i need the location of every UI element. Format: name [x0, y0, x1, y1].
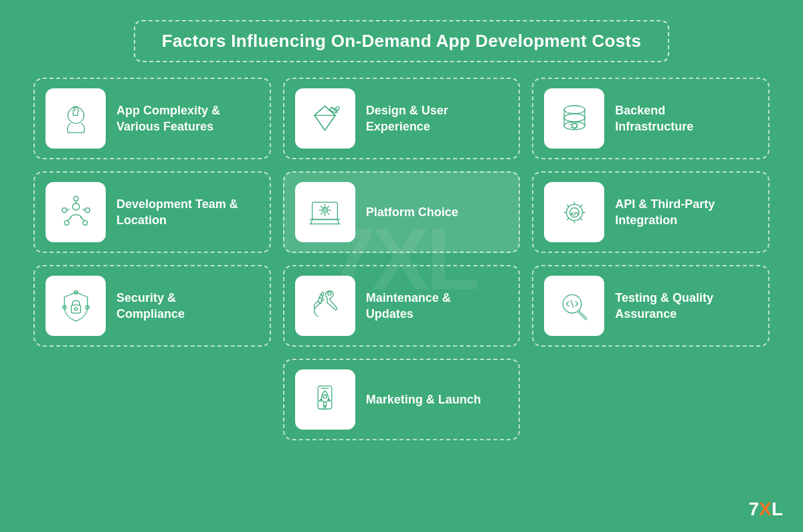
card-marketing: Marketing & Launch — [283, 359, 521, 440]
svg-point-8 — [336, 106, 339, 110]
svg-line-5 — [315, 115, 325, 130]
main-container: Factors Influencing On-Demand App Develo… — [0, 0, 803, 532]
database-icon-box — [544, 88, 604, 149]
testing-icon-box — [544, 276, 604, 336]
svg-line-31 — [311, 219, 313, 224]
svg-line-51 — [580, 218, 582, 220]
svg-point-35 — [324, 208, 327, 211]
card-api: API API & Third-PartyIntegration — [532, 171, 770, 253]
svg-point-9 — [564, 105, 585, 113]
svg-line-25 — [68, 217, 71, 220]
card-maintenance-label: Maintenance &Updates — [366, 290, 451, 323]
card-app-complexity: App Complexity &Various Features — [33, 78, 271, 159]
card-maintenance: Maintenance &Updates — [283, 265, 521, 347]
svg-rect-55 — [71, 304, 80, 313]
team-icon-box — [46, 182, 106, 242]
marketing-icon-box — [295, 369, 355, 430]
testing-icon — [556, 288, 593, 325]
card-platform: Platform Choice — [283, 171, 521, 253]
svg-point-68 — [323, 394, 327, 397]
svg-line-42 — [328, 206, 329, 207]
team-icon — [58, 194, 94, 231]
maintenance-icon — [306, 288, 343, 325]
svg-line-32 — [338, 219, 339, 224]
svg-line-27 — [80, 217, 84, 220]
svg-line-21 — [66, 209, 68, 210]
svg-point-34 — [322, 207, 328, 213]
svg-line-50 — [567, 205, 569, 207]
marketing-icon — [306, 381, 343, 418]
puzzle-head-icon — [58, 100, 94, 137]
card-app-complexity-label: App Complexity &Various Features — [116, 102, 220, 135]
svg-point-20 — [62, 207, 66, 212]
svg-line-4 — [325, 106, 335, 115]
platform-icon-box — [295, 182, 355, 242]
api-icon: API — [556, 194, 593, 231]
platform-icon — [306, 194, 343, 231]
card-design-ux: Design & UserExperience — [283, 78, 521, 159]
svg-line-23 — [82, 209, 84, 210]
card-security: Security &Compliance — [33, 265, 271, 347]
card-design-ux-label: Design & UserExperience — [366, 102, 448, 135]
design-icon-box — [295, 88, 355, 149]
title-box: Factors Influencing On-Demand App Develo… — [134, 20, 669, 62]
svg-line-53 — [567, 218, 569, 220]
api-icon-box: API — [544, 182, 604, 242]
svg-point-60 — [328, 292, 331, 295]
card-backend-label: BackendInfrastructure — [615, 102, 693, 135]
svg-point-56 — [74, 307, 77, 310]
page-title: Factors Influencing On-Demand App Develo… — [162, 31, 641, 52]
security-icon-box — [46, 276, 106, 336]
svg-marker-1 — [315, 106, 335, 130]
svg-point-22 — [85, 207, 90, 212]
card-platform-label: Platform Choice — [366, 204, 458, 220]
puzzle-head-icon-box — [46, 88, 106, 149]
card-api-label: API & Third-PartyIntegration — [615, 196, 715, 229]
svg-line-3 — [315, 106, 325, 115]
logo: 7XL — [749, 499, 783, 520]
svg-line-6 — [325, 115, 335, 130]
card-marketing-label: Marketing & Launch — [366, 391, 481, 408]
maintenance-icon-box — [295, 276, 355, 336]
svg-point-12 — [564, 113, 585, 121]
svg-line-52 — [580, 205, 582, 207]
svg-point-24 — [64, 220, 69, 225]
svg-line-41 — [328, 213, 329, 214]
svg-line-64 — [571, 300, 573, 306]
grid-container: 7XL App Complexity &Various Features — [33, 78, 770, 440]
card-backend: BackendInfrastructure — [532, 78, 770, 159]
card-dev-team: Development Team &Location — [33, 171, 271, 253]
svg-line-40 — [321, 206, 323, 207]
database-icon — [556, 100, 593, 137]
card-testing-label: Testing & QualityAssurance — [615, 290, 713, 323]
svg-line-43 — [321, 213, 323, 214]
card-security-label: Security &Compliance — [116, 290, 185, 323]
svg-text:API: API — [570, 210, 579, 216]
svg-point-26 — [82, 220, 87, 225]
svg-point-17 — [72, 203, 79, 209]
security-icon — [58, 288, 94, 325]
design-icon — [306, 100, 343, 137]
card-dev-team-label: Development Team &Location — [116, 196, 238, 229]
svg-point-18 — [74, 196, 78, 201]
card-testing: Testing & QualityAssurance — [532, 265, 770, 347]
